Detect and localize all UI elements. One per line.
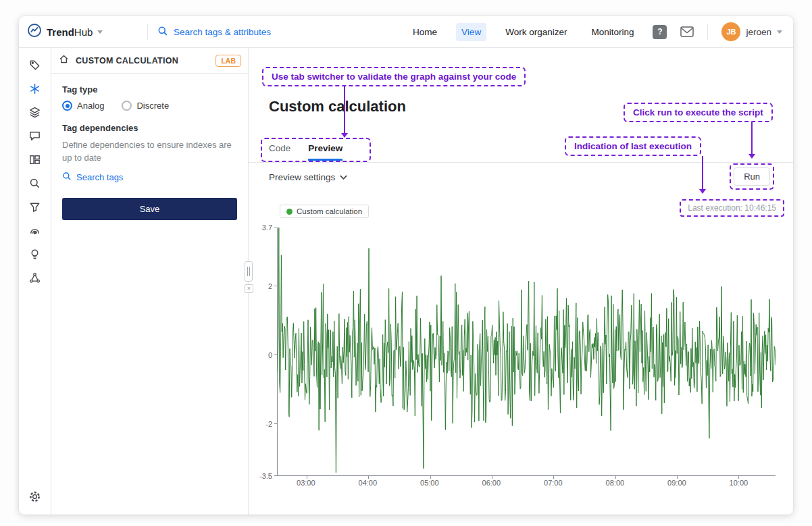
tabs-divider — [249, 162, 793, 163]
mail-icon[interactable] — [680, 26, 694, 37]
radio-discrete[interactable]: Discrete — [122, 101, 169, 111]
filter-icon[interactable] — [24, 196, 47, 217]
brand-chevron-down-icon[interactable] — [97, 30, 103, 34]
annotation-run-arrow — [751, 122, 753, 157]
ideas-icon[interactable] — [24, 244, 47, 264]
radio-discrete-dot — [122, 101, 132, 111]
radio-discrete-label: Discrete — [136, 101, 169, 111]
tag-dependencies-hint: Define dependencies to ensure indexes ar… — [62, 139, 237, 165]
panel-title: CUSTOM CALCULATION — [76, 56, 209, 65]
nav-item-work-organizer[interactable]: Work organizer — [500, 23, 572, 41]
annotation-tab-switcher: Use tab switcher to validate the graph a… — [262, 67, 526, 86]
main-area: Use tab switcher to validate the graph a… — [249, 48, 793, 515]
lab-badge: LAB — [215, 55, 241, 67]
top-bar: TrendHub Search tags & attributes Home V… — [19, 16, 793, 48]
settings-icon[interactable] — [24, 486, 47, 506]
legend-dot-icon — [286, 209, 293, 215]
user-menu[interactable]: JB jeroen — [721, 22, 782, 41]
panel-header: CUSTOM CALCULATION LAB — [51, 48, 248, 74]
tool-rail — [19, 48, 51, 515]
noise-polyline — [278, 228, 776, 473]
chevron-down-icon — [340, 172, 347, 182]
chart-legend: Custom calculation — [280, 205, 369, 218]
tab-preview[interactable]: Preview — [308, 143, 342, 161]
y-axis-labels: 3.720-2-3.5 — [253, 228, 277, 476]
annotation-tab-arrow — [344, 85, 345, 136]
chart: 3.720-2-3.5 03:0004:0005:0006:0007:0008:… — [253, 228, 776, 492]
chart-plot[interactable] — [277, 228, 776, 476]
brand-name: TrendHub — [47, 26, 93, 38]
nav-item-monitoring[interactable]: Monitoring — [586, 23, 639, 41]
home-icon[interactable] — [58, 53, 70, 68]
legend-label: Custom calculation — [297, 207, 362, 215]
tag-type-label: Tag type — [62, 84, 237, 95]
dashboard-icon[interactable] — [24, 149, 47, 169]
brand[interactable]: TrendHub — [27, 23, 147, 41]
tag-type-options: Analog Discrete — [62, 101, 237, 111]
search-placeholder: Search tags & attributes — [174, 27, 271, 37]
last-execution-status: Last execution: 10:46:15 — [680, 199, 784, 217]
splitter-drag-handle[interactable] — [245, 261, 253, 282]
rail-search-icon[interactable] — [24, 173, 47, 193]
tab-code[interactable]: Code — [269, 143, 290, 161]
nav-item-home[interactable]: Home — [407, 23, 442, 41]
preview-settings-label: Preview settings — [269, 172, 335, 182]
radio-analog[interactable]: Analog — [62, 101, 104, 111]
tag-dependencies-label: Tag dependencies — [62, 123, 237, 133]
x-axis-labels: 03:0004:0005:0006:0007:0008:0009:0010:00 — [277, 479, 776, 490]
save-button[interactable]: Save — [62, 198, 237, 220]
splitter-close-icon[interactable]: × — [245, 284, 253, 293]
tab-bar: Code Preview — [269, 143, 342, 161]
global-search[interactable]: Search tags & attributes — [157, 26, 271, 38]
panel-splitter: × — [245, 261, 253, 293]
search-tags-label: Search tags — [76, 172, 123, 182]
brand-name-light: Hub — [74, 26, 93, 38]
tag-icon[interactable] — [24, 55, 47, 75]
page-title: Custom calculation — [269, 98, 406, 115]
radio-analog-label: Analog — [77, 101, 104, 111]
brand-logo-icon — [27, 23, 42, 41]
annotation-run: Click run to execute the script — [624, 103, 773, 122]
topbar-user-divider — [707, 24, 708, 40]
help-icon[interactable]: ? — [653, 25, 667, 39]
topbar-right: Home View Work organizer Monitoring ? JB… — [407, 22, 782, 41]
search-tags-link[interactable]: Search tags — [62, 172, 237, 183]
annotation-last-execution: Indication of last execution — [565, 136, 701, 156]
annotation-last-execution-arrow — [702, 156, 703, 192]
avatar: JB — [721, 22, 740, 41]
brand-name-bold: Trend — [47, 26, 74, 38]
user-chevron-down-icon — [777, 30, 782, 34]
run-button[interactable]: Run — [734, 167, 770, 186]
panel-body: Tag type Analog Discrete Tag dependencie… — [51, 74, 248, 231]
nav-item-view[interactable]: View — [456, 23, 486, 41]
comments-icon[interactable] — [24, 126, 47, 146]
search-icon — [157, 26, 168, 38]
calculation-icon[interactable] — [24, 78, 47, 99]
app-window: TrendHub Search tags & attributes Home V… — [19, 16, 793, 515]
search-tags-icon — [62, 172, 72, 183]
run-annotation-box: Run — [730, 163, 774, 190]
chart-line-svg — [278, 228, 776, 475]
radio-analog-dot — [62, 101, 72, 111]
user-name: jeroen — [746, 27, 771, 37]
preview-settings-dropdown[interactable]: Preview settings — [269, 172, 347, 182]
content-area: CUSTOM CALCULATION LAB Tag type Analog D… — [19, 48, 793, 515]
signal-icon[interactable] — [24, 220, 47, 240]
experiments-icon[interactable] — [24, 267, 47, 288]
left-panel: CUSTOM CALCULATION LAB Tag type Analog D… — [51, 48, 249, 515]
topbar-divider — [147, 24, 148, 40]
layers-icon[interactable] — [24, 102, 47, 122]
